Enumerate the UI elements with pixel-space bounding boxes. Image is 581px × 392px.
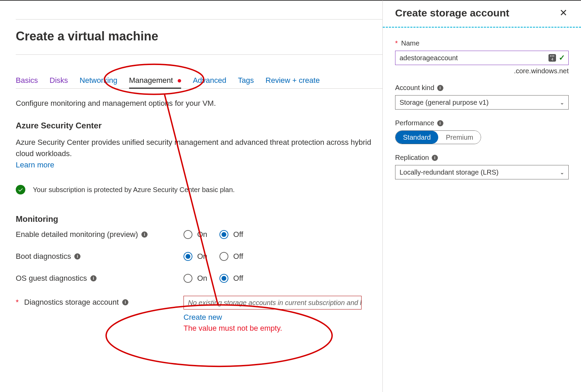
panel-header: Create storage account ✕ <box>383 1 581 27</box>
radio-on[interactable] <box>184 230 192 239</box>
error-dot-icon <box>178 79 181 83</box>
label-text: Replication <box>395 154 429 162</box>
account-kind-label: Account kind i <box>395 84 569 92</box>
radio-off[interactable] <box>219 274 228 283</box>
main-content: Create a virtual machine Basics Disks Ne… <box>0 0 382 392</box>
info-icon[interactable]: i <box>437 85 443 91</box>
required-asterisk: * <box>395 39 398 47</box>
radio-label-off: Off <box>233 274 243 283</box>
tab-description: Configure monitoring and management opti… <box>16 99 382 108</box>
label-text: Enable detailed monitoring (preview) <box>16 230 138 239</box>
panel-body: * Name •••4 ✓ .core.windows.net Account … <box>383 39 581 189</box>
radio-label-off: Off <box>233 252 243 261</box>
performance-toggle: Standard Premium <box>395 130 481 144</box>
dashed-divider <box>383 27 581 28</box>
performance-standard[interactable]: Standard <box>395 131 438 144</box>
performance-label: Performance i <box>395 119 569 127</box>
name-input[interactable] <box>400 54 548 62</box>
storage-field-group: No existing storage accounts in current … <box>184 296 382 333</box>
radio-label-on: On <box>197 252 207 261</box>
field-label: Enable detailed monitoring (preview) i <box>16 230 184 239</box>
select-value: Locally-redundant storage (LRS) <box>400 168 498 176</box>
radio-group-os-guest-diagnostics: On Off <box>184 274 251 283</box>
radio-on[interactable] <box>184 274 192 283</box>
divider <box>16 54 382 55</box>
create-new-link[interactable]: Create new <box>184 313 382 322</box>
info-icon[interactable]: i <box>437 120 443 126</box>
label-text: Account kind <box>395 84 434 92</box>
row-detailed-monitoring: Enable detailed monitoring (preview) i O… <box>16 230 382 239</box>
field-label: Boot diagnostics i <box>16 252 184 261</box>
section-heading-monitoring: Monitoring <box>16 214 382 224</box>
info-icon[interactable]: i <box>432 155 438 161</box>
replication-label: Replication i <box>395 154 569 162</box>
tab-management[interactable]: Management <box>129 76 181 89</box>
learn-more-link[interactable]: Learn more <box>16 161 54 169</box>
label-text: Name <box>401 39 419 47</box>
label-text: OS guest diagnostics <box>16 274 87 283</box>
info-icon[interactable]: i <box>90 275 97 281</box>
radio-group-boot-diagnostics: On Off <box>184 252 251 261</box>
name-input-wrap: •••4 ✓ <box>395 51 569 65</box>
tab-disks[interactable]: Disks <box>50 76 68 89</box>
field-label: OS guest diagnostics i <box>16 274 184 283</box>
tab-review-create[interactable]: Review + create <box>266 76 320 89</box>
tab-label: Management <box>129 76 173 85</box>
security-status-row: Your subscription is protected by Azure … <box>16 185 382 194</box>
radio-off[interactable] <box>219 252 228 261</box>
name-suffix: .core.windows.net <box>395 67 569 75</box>
row-os-guest-diagnostics: OS guest diagnostics i On Off <box>16 274 382 283</box>
section-heading-security: Azure Security Center <box>16 121 382 130</box>
replication-select[interactable]: Locally-redundant storage (LRS) ⌄ <box>395 165 569 179</box>
tab-advanced[interactable]: Advanced <box>193 76 226 89</box>
panel-title: Create storage account <box>395 7 509 19</box>
security-text-body: Azure Security Center provides unified s… <box>16 138 371 158</box>
form-fill-icon[interactable]: •••4 <box>548 54 556 62</box>
radio-label-off: Off <box>233 230 243 239</box>
security-status-text: Your subscription is protected by Azure … <box>33 186 235 194</box>
row-diagnostics-storage-account: * Diagnostics storage account i No exist… <box>16 296 382 333</box>
label-text: Boot diagnostics <box>16 252 71 261</box>
radio-off[interactable] <box>219 230 228 239</box>
create-storage-account-panel: Create storage account ✕ * Name •••4 ✓ .… <box>382 0 581 392</box>
radio-on[interactable] <box>184 252 192 261</box>
placeholder-text: No existing storage accounts in current … <box>188 299 362 307</box>
tab-bar: Basics Disks Networking Management Advan… <box>16 76 382 89</box>
page-title: Create a virtual machine <box>16 29 382 43</box>
divider <box>16 19 382 20</box>
required-asterisk: * <box>16 298 19 307</box>
valid-checkmark-icon: ✓ <box>559 53 565 62</box>
radio-label-on: On <box>197 274 207 283</box>
close-icon[interactable]: ✕ <box>558 7 569 19</box>
chevron-down-icon: ⌄ <box>560 99 564 106</box>
select-value: Storage (general purpose v1) <box>400 99 489 106</box>
info-icon[interactable]: i <box>141 231 148 238</box>
info-icon[interactable]: i <box>122 299 128 305</box>
performance-premium[interactable]: Premium <box>438 131 481 144</box>
tab-tags[interactable]: Tags <box>238 76 254 89</box>
label-text: Diagnostics storage account <box>24 298 119 307</box>
annotation-overlay <box>0 1 382 392</box>
field-label: * Diagnostics storage account i <box>16 296 184 307</box>
tab-basics[interactable]: Basics <box>16 76 38 89</box>
chevron-down-icon: ⌄ <box>560 169 564 176</box>
security-text: Azure Security Center provides unified s… <box>16 137 382 170</box>
validation-error-text: The value must not be empty. <box>184 324 382 333</box>
info-icon[interactable]: i <box>74 253 80 260</box>
checkmark-icon <box>16 185 25 194</box>
diagnostics-storage-account-select[interactable]: No existing storage accounts in current … <box>184 296 362 309</box>
tab-networking[interactable]: Networking <box>80 76 117 89</box>
label-text: Performance <box>395 119 434 127</box>
radio-label-on: On <box>197 230 207 239</box>
name-label: * Name <box>395 39 567 47</box>
radio-group-detailed-monitoring: On Off <box>184 230 251 239</box>
row-boot-diagnostics: Boot diagnostics i On Off <box>16 252 382 261</box>
account-kind-select[interactable]: Storage (general purpose v1) ⌄ <box>395 95 569 110</box>
